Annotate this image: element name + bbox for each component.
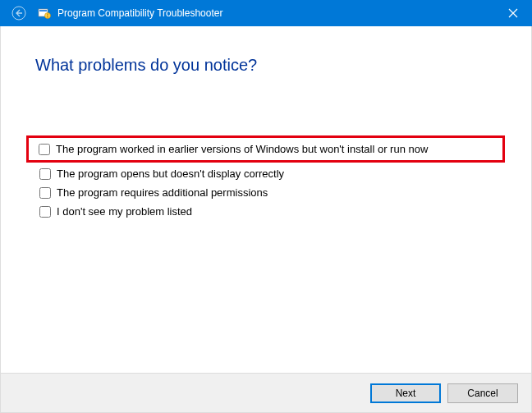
option-item[interactable]: The program worked in earlier versions o… xyxy=(32,140,499,158)
svg-rect-2 xyxy=(39,10,47,11)
footer: Next Cancel xyxy=(1,373,531,412)
cancel-button[interactable]: Cancel xyxy=(447,383,518,403)
back-arrow-icon xyxy=(11,6,26,21)
option-item[interactable]: The program opens but doesn't display co… xyxy=(33,164,497,183)
highlighted-option: The program worked in earlier versions o… xyxy=(26,135,505,163)
option-checkbox[interactable] xyxy=(39,206,51,218)
option-item[interactable]: The program requires additional permissi… xyxy=(33,183,497,202)
content-area: What problems do you notice? The program… xyxy=(0,26,532,413)
option-checkbox[interactable] xyxy=(39,144,50,155)
option-label: The program opens but doesn't display co… xyxy=(57,167,284,180)
option-label: I don't see my problem listed xyxy=(57,205,192,218)
close-button[interactable] xyxy=(494,0,532,26)
next-button[interactable]: Next xyxy=(370,383,441,403)
option-checkbox[interactable] xyxy=(39,168,51,180)
back-button[interactable] xyxy=(10,4,28,22)
page-heading: What problems do you notice? xyxy=(35,56,497,75)
titlebar: Program Compatibility Troubleshooter xyxy=(0,0,532,26)
option-item[interactable]: I don't see my problem listed xyxy=(33,202,497,221)
option-label: The program worked in earlier versions o… xyxy=(56,143,428,155)
window-title: Program Compatibility Troubleshooter xyxy=(57,7,222,19)
troubleshooter-icon xyxy=(38,7,51,20)
option-label: The program requires additional permissi… xyxy=(57,186,268,199)
svg-rect-4 xyxy=(47,14,48,16)
options-list: The program worked in earlier versions o… xyxy=(33,135,497,221)
option-checkbox[interactable] xyxy=(39,187,51,199)
close-icon xyxy=(508,8,518,18)
svg-rect-5 xyxy=(47,16,48,17)
